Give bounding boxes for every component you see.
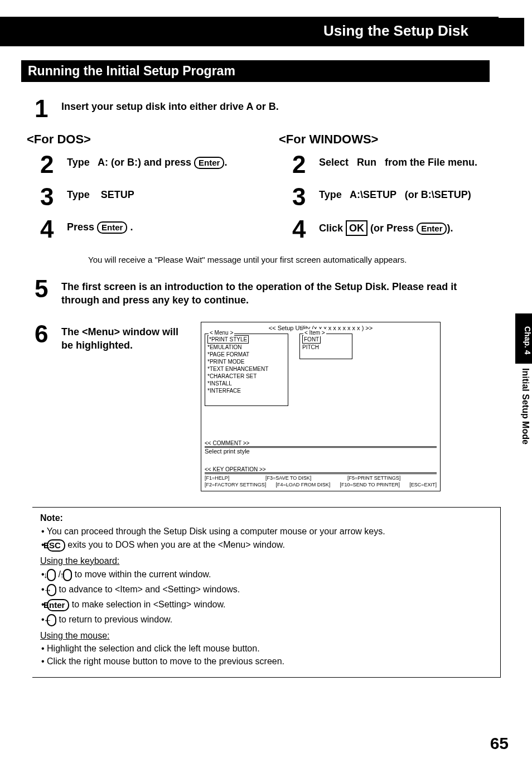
- mouse-bullet: Highlight the selection and click the le…: [41, 644, 492, 654]
- step-number: 4: [40, 217, 67, 242]
- step-text: Type A:\SETUP (or B:\SETUP): [319, 185, 471, 201]
- step-text: Type SETUP: [67, 185, 134, 201]
- item-label: < Item >: [303, 329, 326, 336]
- t: to advance to <Item> and <Setting> windo…: [56, 585, 240, 594]
- step-number: 5: [35, 277, 61, 301]
- esc-key: ESC: [47, 539, 65, 552]
- section-title: Running the Initial Setup Program: [21, 60, 490, 82]
- note-title: Note:: [40, 513, 492, 523]
- t: A:\SETUP: [350, 189, 396, 200]
- key-op: [F5=PRINT SETTINGS]: [347, 475, 400, 481]
- item-entry: FONT: [302, 335, 321, 344]
- note-box: Note: You can proceed through the Setup …: [32, 507, 501, 678]
- text: Type: [67, 189, 90, 200]
- step-5: 5 The first screen is an introduction to…: [35, 277, 511, 307]
- menu-item: *PRINT MODE: [207, 358, 286, 365]
- menu-panel: < Menu > *PRINT STYLE *EMULATION *PAGE F…: [205, 334, 288, 406]
- step-text: The <Menu> window will be highlighted.: [61, 322, 184, 352]
- key-op: [F10=SEND TO PRINTER]: [340, 482, 400, 487]
- note-bullet: You can proceed through the Setup Disk u…: [41, 527, 492, 537]
- kb-bullet: ← to return to previous window.: [41, 614, 492, 626]
- ok-button: OK: [346, 220, 367, 236]
- step-text: Insert your setup disk into either drive…: [61, 96, 279, 113]
- step-text: Select Run from the File menu.: [319, 152, 477, 169]
- menu-item: *INTERFACE: [207, 387, 286, 394]
- t: (or Press: [370, 223, 414, 234]
- win-step-2: 2 Select Run from the File menu.: [292, 152, 511, 177]
- comment-text: Select print style: [205, 448, 437, 455]
- step-text: The first screen is an introduction to t…: [61, 277, 463, 307]
- item-entry: PITCH: [302, 344, 350, 351]
- dos-step-3: 3 Type SETUP: [40, 185, 259, 209]
- menu-label: < Menu >: [209, 329, 234, 336]
- two-columns: <For DOS> 2 Type A: (or B:) and press En…: [27, 129, 511, 249]
- t: Click: [319, 223, 343, 234]
- key-op: [ESC=EXIT]: [409, 482, 437, 487]
- kb-subhead: Using the keyboard:: [40, 556, 492, 566]
- key-op: [F1=HELP]: [205, 475, 229, 481]
- dos-header: <For DOS>: [27, 132, 259, 147]
- chapter-tab: Chap. 4: [515, 313, 532, 364]
- t: to return to previous window.: [56, 615, 172, 624]
- windows-column: <For WINDOWS> 2 Select Run from the File…: [279, 129, 511, 249]
- t: to make selection in <Setting> window.: [69, 600, 225, 609]
- right-key: →: [47, 584, 56, 596]
- t: ).: [447, 223, 453, 234]
- t: Select: [319, 157, 349, 168]
- page-content: Running the Initial Setup Program 1 Inse…: [21, 60, 511, 678]
- text: A: (or B:) and press: [98, 157, 191, 168]
- note-bullet: ESC exits you to DOS when you are at the…: [41, 539, 492, 552]
- kb-bullet: Enter to make selection in <Setting> win…: [41, 599, 492, 611]
- text: Press: [67, 221, 94, 233]
- key-op: [F4=LOAD FROM DISK]: [276, 482, 331, 487]
- step-number: 3: [292, 185, 319, 209]
- kb-bullet: ↓ / ↑ to move within the current window.: [41, 569, 492, 581]
- key-op: [F3=SAVE TO DISK]: [265, 475, 311, 481]
- comment-section: << COMMENT >> Select print style: [205, 440, 437, 455]
- up-key: ↑: [63, 569, 72, 581]
- menu-item: *TEXT ENHANCEMENT: [207, 365, 286, 373]
- t: exits you to DOS when you are at the <Me…: [65, 540, 285, 549]
- mouse-bullet: Click the right mouse button to move to …: [41, 656, 492, 667]
- dos-step-2: 2 Type A: (or B:) and press Enter.: [40, 152, 259, 177]
- menu-item: *PAGE FORMAT: [207, 351, 286, 358]
- t: to move within the current window.: [72, 569, 211, 579]
- text: .: [130, 221, 133, 233]
- menu-item: *PRINT STYLE: [207, 335, 249, 344]
- step-text: Press Enter .: [67, 217, 133, 234]
- t: from the File menu.: [385, 157, 477, 168]
- step-number: 1: [35, 96, 61, 121]
- step-number: 6: [35, 322, 61, 352]
- step-number: 2: [40, 152, 67, 177]
- step-number: 2: [292, 152, 319, 177]
- win-step-3: 3 Type A:\SETUP (or B:\SETUP): [292, 185, 511, 209]
- t: Run: [357, 157, 376, 168]
- enter-key: Enter: [417, 223, 447, 235]
- setup-utility-diagram: << Setup Utility (x x x x x x x x x x ) …: [201, 322, 441, 491]
- side-label: Initial Setup Mode: [520, 368, 530, 445]
- step-1: 1 Insert your setup disk into either dri…: [35, 96, 511, 121]
- text: Type: [67, 157, 90, 168]
- enter-key: Enter: [194, 157, 224, 169]
- left-key: ←: [47, 614, 56, 626]
- step-number: 3: [40, 185, 67, 209]
- menu-item: *EMULATION: [207, 344, 286, 351]
- mouse-subhead: Using the mouse:: [40, 631, 492, 641]
- t: Type: [319, 189, 342, 200]
- keyop-section: << KEY OPERATION >> [F1=HELP] [F3=SAVE T…: [205, 466, 437, 487]
- down-key: ↓: [47, 569, 56, 581]
- win-step-4: 4 Click OK (or Press Enter).: [292, 217, 511, 242]
- item-panel: < Item > FONT PITCH: [299, 334, 352, 359]
- wait-note: You will receive a "Please Wait" message…: [88, 255, 511, 264]
- menu-item: *CHARACTER SET: [207, 373, 286, 380]
- dos-step-4: 4 Press Enter .: [40, 217, 259, 242]
- step-text: Type A: (or B:) and press Enter.: [67, 152, 227, 169]
- page-number: 65: [490, 734, 509, 753]
- text: SETUP: [101, 189, 134, 200]
- step-number: 4: [292, 217, 319, 242]
- step-6-row: 6 The <Menu> window will be highlighted.…: [35, 322, 511, 491]
- menu-item: *INSTALL: [207, 380, 286, 387]
- page-header-title: Using the Setup Disk: [0, 18, 524, 46]
- enter-key: Enter: [97, 221, 127, 234]
- kb-bullet: → to advance to <Item> and <Setting> win…: [41, 584, 492, 596]
